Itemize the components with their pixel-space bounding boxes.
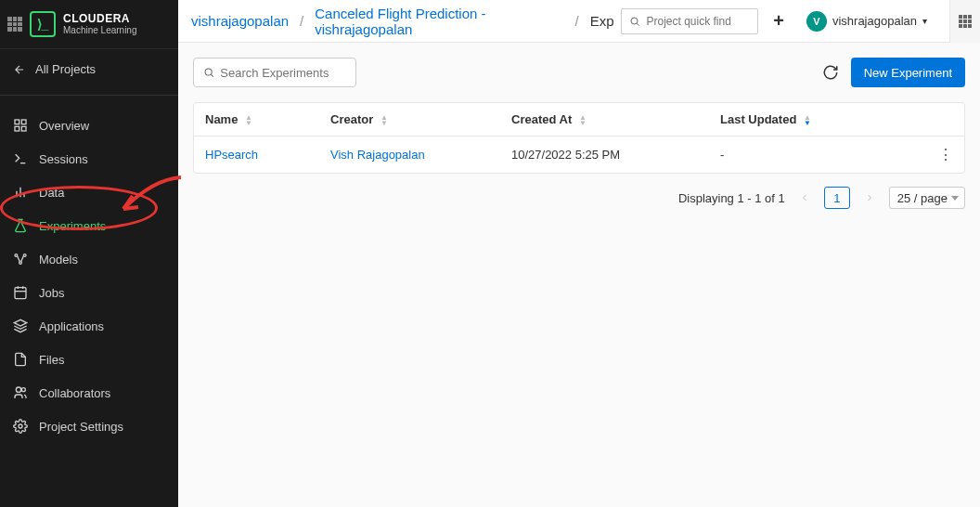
- brand-name: CLOUDERA: [63, 13, 137, 25]
- sidebar-item-files[interactable]: Files: [0, 343, 178, 376]
- refresh-icon: [822, 64, 839, 81]
- page-size-select[interactable]: 25 / page: [889, 187, 965, 209]
- new-experiment-button[interactable]: New Experiment: [851, 58, 965, 87]
- sidebar-item-models[interactable]: Models: [0, 242, 178, 276]
- chevron-right-icon: [864, 192, 875, 203]
- project-quick-find[interactable]: [621, 8, 758, 34]
- experiments-table: Name ▲▼ Creator ▲▼ Created At ▲▼ Last Up…: [193, 102, 965, 174]
- row-menu-button[interactable]: ⋮: [938, 147, 953, 162]
- apps-grid-icon: [959, 15, 972, 28]
- sidebar-item-label: Files: [39, 353, 64, 367]
- svg-rect-2: [15, 126, 19, 131]
- sidebar-item-label: Overview: [39, 119, 89, 133]
- svg-point-20: [631, 18, 638, 24]
- overview-icon: [13, 118, 28, 133]
- refresh-button[interactable]: [821, 63, 840, 82]
- main: vishrajagopalan / Canceled Flight Predic…: [178, 0, 980, 507]
- sidebar-item-label: Project Settings: [39, 420, 123, 434]
- avatar: V: [806, 11, 827, 32]
- back-all-projects[interactable]: All Projects: [0, 49, 178, 89]
- svg-rect-0: [15, 120, 19, 124]
- sessions-icon: [13, 151, 28, 166]
- svg-line-23: [212, 74, 213, 76]
- applications-icon: [13, 318, 28, 333]
- svg-rect-3: [21, 126, 26, 131]
- breadcrumb-context[interactable]: vishrajagopalan: [191, 13, 289, 29]
- svg-rect-1: [21, 120, 26, 124]
- sidebar-item-label: Jobs: [39, 286, 64, 300]
- sidebar-item-label: Models: [39, 253, 78, 266]
- breadcrumb-separator: /: [571, 13, 582, 29]
- creator-link[interactable]: Vish Rajagopalan: [330, 148, 425, 162]
- search-experiments[interactable]: [193, 58, 356, 87]
- back-label: All Projects: [35, 62, 96, 76]
- column-last-updated[interactable]: Last Updated ▲▼: [720, 112, 925, 126]
- svg-point-22: [205, 69, 212, 75]
- column-created-at[interactable]: Created At ▲▼: [511, 112, 720, 126]
- toolbar-row: New Experiment: [193, 58, 965, 87]
- sidebar-item-sessions[interactable]: Sessions: [0, 142, 178, 176]
- brand-subtitle: Machine Learning: [63, 25, 137, 35]
- sort-icon: ▲▼: [579, 115, 587, 126]
- caret-down-icon: ▾: [922, 16, 927, 26]
- table-row: HPsearch Vish Rajagopalan 10/27/2022 5:2…: [194, 136, 964, 173]
- next-page-button[interactable]: [859, 188, 880, 208]
- column-label: Last Updated: [720, 112, 796, 126]
- content: New Experiment Name ▲▼ Creator ▲▼ Create…: [178, 43, 980, 507]
- brand: ⟩_ CLOUDERA Machine Learning: [0, 0, 178, 49]
- user-menu[interactable]: V vishrajagopalan ▾: [799, 7, 935, 35]
- svg-point-11: [19, 262, 22, 265]
- page-number[interactable]: 1: [824, 187, 850, 209]
- sidebar-item-data[interactable]: Data: [0, 176, 178, 209]
- svg-point-18: [21, 388, 25, 392]
- apps-switcher[interactable]: [949, 0, 980, 43]
- sidebar-item-label: Experiments: [39, 219, 106, 233]
- column-label: Creator: [330, 112, 373, 126]
- search-experiments-input[interactable]: [220, 66, 346, 80]
- cloudera-logo-icon: ⟩_: [30, 11, 56, 37]
- sort-icon: ▲▼: [380, 115, 388, 126]
- svg-marker-16: [14, 319, 26, 326]
- created-at-value: 10/27/2022 5:25 PM: [511, 148, 620, 162]
- collaborators-icon: [13, 385, 28, 400]
- sort-icon: ▲▼: [804, 115, 811, 126]
- breadcrumb-separator: /: [296, 13, 307, 29]
- jobs-icon: [13, 285, 28, 300]
- search-icon: [203, 66, 214, 79]
- experiment-name-link[interactable]: HPsearch: [205, 148, 258, 162]
- sidebar-item-overview[interactable]: Overview: [0, 109, 178, 142]
- breadcrumb-current: Exp: [590, 13, 614, 29]
- sidebar-item-collaborators[interactable]: Collaborators: [0, 376, 178, 410]
- prev-page-button[interactable]: [794, 188, 815, 208]
- column-creator[interactable]: Creator ▲▼: [330, 112, 511, 126]
- svg-line-21: [638, 23, 639, 25]
- breadcrumb-project[interactable]: Canceled Flight Prediction - vishrajagop…: [315, 6, 563, 37]
- column-name[interactable]: Name ▲▼: [205, 112, 330, 126]
- settings-icon: [13, 419, 28, 434]
- models-icon: [13, 252, 28, 266]
- last-updated-value: -: [720, 148, 724, 162]
- sidebar-item-label: Sessions: [39, 152, 88, 166]
- svg-rect-12: [15, 288, 26, 299]
- sidebar-item-project-settings[interactable]: Project Settings: [0, 410, 178, 443]
- user-name: vishrajagopalan: [832, 14, 917, 28]
- add-button[interactable]: +: [766, 10, 792, 32]
- search-icon: [629, 16, 640, 27]
- paginator: Displaying 1 - 1 of 1 1 25 / page: [193, 187, 965, 209]
- sidebar-item-label: Data: [39, 186, 64, 200]
- experiments-icon: [13, 218, 28, 233]
- sidebar-item-label: Collaborators: [39, 386, 110, 400]
- nav-section: Overview Sessions Data Experiments Model…: [0, 101, 178, 450]
- sidebar-item-applications[interactable]: Applications: [0, 309, 178, 343]
- sidebar: ⟩_ CLOUDERA Machine Learning All Project…: [0, 0, 178, 507]
- column-label: Name: [205, 112, 238, 126]
- quick-find-input[interactable]: [646, 15, 750, 28]
- table-header: Name ▲▼ Creator ▲▼ Created At ▲▼ Last Up…: [194, 103, 964, 136]
- sort-icon: ▲▼: [245, 115, 252, 126]
- column-label: Created At: [511, 112, 572, 126]
- sidebar-item-label: Applications: [39, 319, 104, 333]
- svg-point-17: [16, 387, 20, 392]
- sidebar-item-jobs[interactable]: Jobs: [0, 276, 178, 309]
- apps-grid-icon[interactable]: [7, 17, 22, 32]
- sidebar-item-experiments[interactable]: Experiments: [0, 209, 178, 242]
